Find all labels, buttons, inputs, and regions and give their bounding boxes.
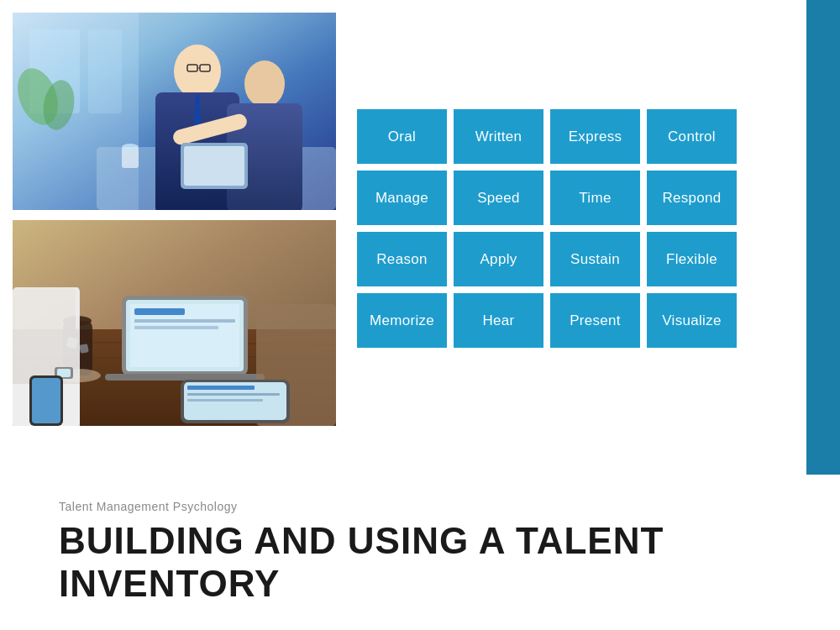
svg-rect-15 [184, 146, 244, 186]
skill-btn-express[interactable]: Express [550, 109, 640, 164]
svg-rect-48 [187, 386, 255, 390]
skill-btn-control[interactable]: Control [647, 109, 737, 164]
skill-btn-flexible[interactable]: Flexible [647, 232, 737, 286]
svg-rect-31 [134, 326, 218, 329]
svg-point-17 [122, 144, 139, 150]
skills-grid: OralWrittenExpressControlManageSpeedTime… [357, 109, 737, 348]
slide-subtitle: Talent Management Psychology [59, 500, 823, 513]
svg-rect-29 [134, 308, 185, 315]
svg-rect-37 [79, 344, 89, 354]
svg-rect-3 [88, 29, 122, 113]
skill-btn-apply[interactable]: Apply [454, 232, 543, 286]
svg-point-11 [244, 60, 285, 108]
svg-rect-44 [32, 378, 60, 423]
svg-rect-30 [134, 319, 235, 323]
svg-rect-49 [187, 393, 280, 396]
images-section [13, 13, 340, 426]
skill-btn-memorize[interactable]: Memorize [357, 293, 447, 348]
skill-btn-speed[interactable]: Speed [454, 171, 543, 225]
photo-business-meeting [13, 13, 336, 210]
svg-rect-32 [105, 374, 265, 381]
skill-btn-visualize[interactable]: Visualize [647, 293, 737, 348]
slide-title: BUILDING AND USING A TALENT INVENTORY [59, 520, 823, 605]
photo-cafe-meeting [13, 220, 336, 426]
skill-btn-oral[interactable]: Oral [357, 109, 447, 164]
skill-btn-time[interactable]: Time [550, 171, 640, 225]
skill-btn-present[interactable]: Present [550, 293, 640, 348]
slide-container: OralWrittenExpressControlManageSpeedTime… [0, 0, 840, 630]
skill-btn-sustain[interactable]: Sustain [550, 232, 640, 286]
svg-rect-50 [187, 399, 263, 402]
skill-btn-written[interactable]: Written [454, 109, 543, 164]
skill-btn-respond[interactable]: Respond [647, 171, 737, 225]
skill-btn-manage[interactable]: Manage [357, 171, 447, 225]
skill-btn-hear[interactable]: Hear [454, 293, 543, 348]
bottom-section: Talent Management Psychology BUILDING AN… [0, 475, 840, 630]
skill-btn-reason[interactable]: Reason [357, 232, 447, 286]
